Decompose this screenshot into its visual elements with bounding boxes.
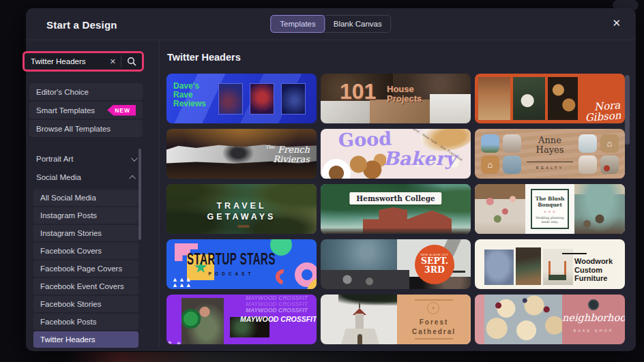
template-title: Anne Hayes bbox=[527, 136, 573, 155]
photo-thumb bbox=[218, 83, 243, 115]
template-thumbnail-good-bakery[interactable]: Portland · New York · San Francisco Good… bbox=[321, 129, 471, 179]
search-input[interactable] bbox=[25, 57, 105, 65]
sidebar-item-facebook-posts[interactable]: Facebook Posts bbox=[33, 314, 138, 330]
sub-item-label: All Social Media bbox=[40, 194, 96, 202]
template-number: 101 bbox=[340, 79, 376, 104]
tree-decor bbox=[338, 295, 407, 305]
category-label: Portrait Art bbox=[36, 155, 73, 163]
sub-item-label: Facebook Stories bbox=[40, 300, 102, 308]
sub-item-label: Facebook Posts bbox=[40, 318, 96, 326]
house-icon: ⌂ bbox=[600, 134, 619, 153]
photo-thumb bbox=[478, 77, 510, 120]
tab-blank-canvas[interactable]: Blank Canvas bbox=[325, 16, 391, 32]
close-icon[interactable]: ✕ bbox=[612, 18, 621, 28]
photo-thumb bbox=[516, 247, 541, 285]
sidebar-scrollbar[interactable] bbox=[138, 149, 141, 240]
sidebar-item-facebook-stories[interactable]: Facebook Stories bbox=[33, 296, 138, 312]
sidebar-item-editors-choice[interactable]: Editor's Choice bbox=[29, 83, 143, 100]
background-canvas-peek bbox=[68, 352, 491, 362]
church-steeple-decor bbox=[355, 314, 364, 330]
template-grid: Dave's Rave Reviews 101 House Projects bbox=[166, 74, 625, 344]
tab-templates[interactable]: Templates bbox=[270, 15, 325, 33]
photo-thumb bbox=[347, 153, 386, 179]
template-thumbnail-french-rivieras[interactable]: The French Rivieras bbox=[166, 129, 317, 179]
sidebar-item-instagram-posts[interactable]: Instagram Posts bbox=[33, 207, 138, 224]
template-card: The Blush Bouquet ✿ ✿ ✿ Wedding planning… bbox=[531, 189, 569, 229]
echo-line: MAYWOOD CROSSFIT bbox=[246, 307, 308, 314]
template-title: neighborhood bbox=[562, 312, 625, 323]
template-thumbnail-sept-3rd[interactable]: NEW ALBUM OUT SEPT. 3RD bbox=[321, 239, 471, 289]
template-thumbnail-nora-gibson[interactable]: Nora Gibson bbox=[475, 74, 625, 123]
template-thumbnail-startup-stars[interactable]: ★ ▲▲▲▲▲▲ STARTUP STARS PODCAST bbox=[166, 239, 317, 289]
album-date-badge: NEW ALBUM OUT SEPT. 3RD bbox=[415, 245, 454, 284]
photo-thumb bbox=[579, 155, 597, 174]
template-subtitle: REALTY bbox=[527, 162, 573, 170]
templates-tab-group: Templates Blank Canvas bbox=[270, 15, 391, 33]
house-icon: ⌂ bbox=[481, 155, 499, 174]
photo-thumb bbox=[321, 270, 409, 289]
flower-decor: ✿ ✿ ✿ bbox=[532, 210, 568, 213]
quick-link-label: Editor's Choice bbox=[36, 88, 89, 96]
photo-thumb bbox=[481, 134, 499, 153]
header-divider bbox=[26, 40, 636, 40]
template-subtitle: PODCAST bbox=[166, 271, 296, 276]
sidebar-item-twitter-headers[interactable]: Twitter Headers bbox=[33, 331, 138, 348]
template-title-word2: Bakery bbox=[383, 148, 456, 169]
template-thumbnail-forest-cathedral[interactable]: ✦ Forest Cathedral bbox=[321, 295, 471, 344]
page-title: Twitter Headers bbox=[167, 52, 241, 63]
search-icon[interactable] bbox=[121, 57, 142, 66]
chevron-up-icon bbox=[129, 175, 136, 181]
sub-item-label: Facebook Covers bbox=[40, 247, 102, 255]
template-thumbnail-neighborhood-bake-shop[interactable]: neighborhood BAKE SHOP bbox=[475, 295, 625, 344]
template-thumbnail-anne-hayes-realty[interactable]: ⌂ ⌂ Anne Hayes REALTY bbox=[475, 129, 625, 179]
line-decor bbox=[415, 338, 453, 340]
template-title: SEPT. 3RD bbox=[415, 256, 454, 274]
template-title-text: French Rivieras bbox=[273, 145, 310, 164]
sidebar-item-smart-templates[interactable]: Smart Templates NEW bbox=[29, 102, 143, 119]
triangles-decor: ▲▲▲▲▲▲ bbox=[172, 277, 192, 288]
template-thumbnail-travel-getaways[interactable]: TRAVEL GETAWAYS bbox=[166, 184, 317, 234]
template-title: MAYWOOD CROSSFIT bbox=[240, 315, 317, 323]
photo-thumb bbox=[321, 239, 397, 270]
photo-thumb bbox=[484, 295, 562, 344]
quick-link-label: Smart Templates bbox=[36, 106, 95, 115]
sidebar-category-portrait-art[interactable]: Portrait Art bbox=[29, 151, 143, 167]
photo-thumb bbox=[430, 94, 471, 123]
sidebar-item-all-social-media[interactable]: All Social Media bbox=[33, 190, 138, 206]
template-thumbnail-daves-rave-reviews[interactable]: Dave's Rave Reviews bbox=[166, 74, 317, 123]
template-thumbnail-101-house-projects[interactable]: 101 House Projects bbox=[321, 74, 471, 123]
sidebar-item-instagram-stories[interactable]: Instagram Stories bbox=[33, 225, 138, 241]
photo-thumb bbox=[503, 134, 521, 153]
template-title-echo: MAYWOOD CROSSFIT MAYWOOD CROSSFIT MAYWOO… bbox=[246, 295, 308, 314]
template-title: The French Rivieras bbox=[252, 145, 310, 164]
sidebar-item-browse-all-templates[interactable]: Browse All Templates bbox=[29, 120, 143, 137]
crowd-decor bbox=[321, 228, 471, 234]
photo-thumb bbox=[503, 155, 521, 174]
sidebar-item-facebook-event-covers[interactable]: Facebook Event Covers bbox=[33, 278, 138, 295]
template-thumbnail-maywood-crossfit[interactable]: MAYWOOD CROSSFIT MAYWOOD CROSSFIT MAYWOO… bbox=[166, 295, 317, 344]
clear-search-icon[interactable]: ✕ bbox=[105, 57, 121, 66]
template-title: Forest Cathedral bbox=[397, 318, 471, 337]
template-thumbnail-woodwork-custom-furniture[interactable]: Woodwork Custom Furniture bbox=[475, 239, 625, 289]
sidebar-divider bbox=[159, 40, 160, 347]
cross-decor bbox=[359, 303, 360, 308]
templates-scrollbar[interactable] bbox=[625, 75, 630, 145]
sidebar-category-social-media[interactable]: Social Media bbox=[29, 169, 143, 185]
template-title: STARTUP STARS bbox=[166, 250, 296, 267]
sub-item-label: Instagram Stories bbox=[40, 229, 102, 237]
photo-thumb bbox=[181, 298, 224, 344]
quick-link-label: Browse All Templates bbox=[36, 125, 111, 133]
template-thumbnail-blush-bouquet[interactable]: The Blush Bouquet ✿ ✿ ✿ Wedding planning… bbox=[475, 184, 625, 234]
sub-item-label: Instagram Posts bbox=[40, 211, 97, 220]
template-thumbnail-hemsworth-college[interactable]: Hemsworth College bbox=[321, 184, 471, 234]
template-title: Nora Gibson bbox=[584, 100, 621, 123]
photo-thumb bbox=[484, 250, 514, 285]
category-label: Social Media bbox=[36, 173, 81, 181]
template-subtitle: Wedding planning made easy. bbox=[532, 216, 568, 225]
church-door-decor bbox=[357, 334, 362, 344]
sidebar-item-facebook-page-covers[interactable]: Facebook Page Covers bbox=[33, 260, 138, 277]
compass-icon: ✦ bbox=[427, 302, 439, 314]
template-title: House Projects bbox=[387, 85, 422, 103]
sidebar-item-facebook-covers[interactable]: Facebook Covers bbox=[33, 243, 138, 259]
template-subtitle: BAKE SHOP bbox=[562, 329, 625, 333]
